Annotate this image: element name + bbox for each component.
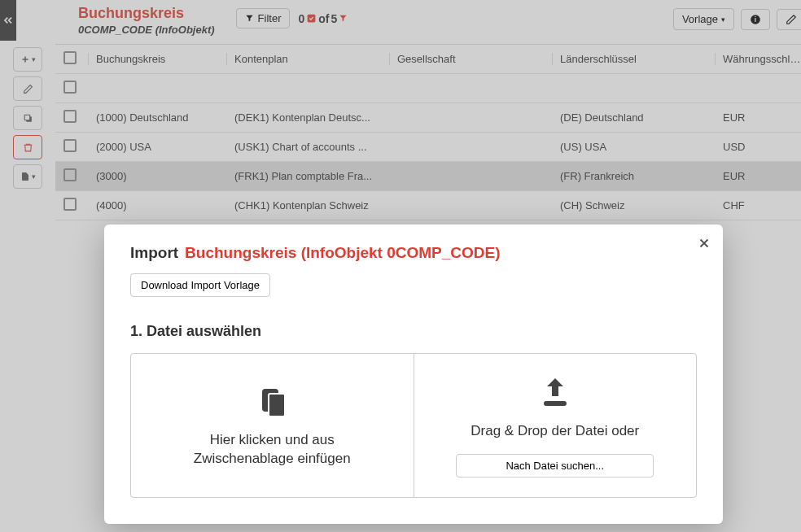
clipboard-paste-panel[interactable]: Hier klicken und aus Zwischenablage einf… xyxy=(131,354,414,497)
close-icon xyxy=(697,236,711,251)
clipboard-text: Hier klicken und aus Zwischenablage einf… xyxy=(194,431,351,469)
step-heading: 1. Datei auswählen xyxy=(130,323,697,340)
modal-title: Import Buchungskreis (InfoObjekt 0COMP_C… xyxy=(130,244,697,262)
clipboard-icon xyxy=(252,382,291,421)
svg-rect-10 xyxy=(269,394,285,416)
dragdrop-text: Drag & Drop der Datei oder xyxy=(471,422,639,441)
close-button[interactable] xyxy=(697,236,711,251)
import-modal: Import Buchungskreis (InfoObjekt 0COMP_C… xyxy=(104,225,723,524)
browse-file-button[interactable]: Nach Datei suchen... xyxy=(456,454,654,477)
dragdrop-panel[interactable]: Drag & Drop der Datei oder Nach Datei su… xyxy=(414,354,697,497)
download-template-button[interactable]: Download Import Vorlage xyxy=(130,273,270,297)
upload-icon xyxy=(536,373,575,412)
svg-rect-11 xyxy=(544,401,567,406)
